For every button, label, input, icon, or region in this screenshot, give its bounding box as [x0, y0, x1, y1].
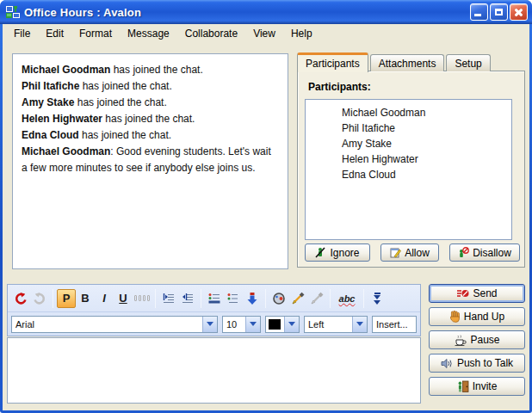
toolbar-separator	[201, 289, 201, 308]
spellcheck-button[interactable]: abc	[334, 289, 360, 308]
client-area: File Edit Format Message Collaborate Vie…	[3, 24, 529, 410]
toolbar-separator	[265, 289, 266, 308]
invite-button[interactable]: Invite	[429, 377, 525, 396]
symbols-button[interactable]	[133, 289, 152, 308]
toolbar-overflow-button[interactable]	[368, 289, 387, 308]
menu-view[interactable]: View	[245, 26, 283, 41]
font-family-select[interactable]: Arial	[11, 316, 218, 333]
menu-file[interactable]: File	[6, 26, 38, 41]
send-icon	[456, 288, 469, 299]
indent-increase-button[interactable]	[159, 289, 178, 308]
symbols-icon	[134, 295, 150, 301]
allow-button[interactable]: Allow	[380, 243, 439, 262]
chat-message: Michael Goodman has joined the chat.	[22, 62, 279, 78]
push-to-talk-label: Push to Talk	[457, 357, 513, 369]
side-tabstrip: Participants Attachments Setup	[297, 52, 492, 71]
tab-participants[interactable]: Participants	[297, 52, 368, 72]
paragraph-style-button[interactable]: P	[57, 289, 76, 308]
down-arrow-icon	[246, 292, 258, 305]
font-size-value: 10	[223, 319, 245, 330]
hand-up-button[interactable]: Hand Up	[429, 307, 525, 326]
underline-button[interactable]: U	[114, 289, 133, 308]
participant-item[interactable]: Phil Itafiche	[306, 120, 511, 136]
bulleted-list-button[interactable]	[205, 289, 224, 308]
redo-button[interactable]	[30, 289, 49, 308]
menu-help[interactable]: Help	[283, 26, 320, 41]
insert-select[interactable]: Insert...	[372, 316, 417, 333]
close-button[interactable]	[510, 3, 528, 21]
toolbar-icons-row: P B I U	[8, 285, 420, 311]
web-color-button[interactable]	[269, 289, 288, 308]
participant-item[interactable]: Amy Stake	[306, 136, 511, 151]
paragraph-label: P	[63, 292, 71, 305]
text-color-select[interactable]	[265, 316, 300, 333]
menu-format[interactable]: Format	[71, 26, 120, 41]
menu-edit[interactable]: Edit	[38, 26, 71, 41]
maximize-icon	[495, 9, 503, 15]
participant-item[interactable]: Michael Goodman	[306, 105, 511, 120]
chat-transcript: Michael Goodman has joined the chat. Phi…	[12, 53, 288, 269]
chat-message: Edna Cloud has joined the chat.	[22, 127, 279, 144]
send-button[interactable]: Send	[429, 284, 525, 303]
underline-label: U	[119, 292, 127, 305]
message-input[interactable]	[7, 337, 421, 404]
hand-up-icon	[449, 311, 461, 323]
minimize-button[interactable]	[470, 3, 488, 21]
insert-value: Insert...	[373, 319, 416, 330]
ignore-button[interactable]: Ignore	[305, 243, 370, 262]
chevron-more-icon	[374, 293, 380, 305]
numbered-list-button[interactable]	[224, 289, 243, 308]
format-toolbar: P B I U	[7, 284, 421, 336]
eyedropper-gray-icon	[310, 292, 324, 305]
spellcheck-icon: abc	[339, 293, 356, 304]
hand-up-label: Hand Up	[464, 311, 504, 323]
menu-collaborate[interactable]: Collaborate	[177, 26, 245, 41]
push-to-talk-button[interactable]: Push to Talk	[429, 354, 525, 373]
indent-decrease-button[interactable]	[178, 289, 197, 308]
maximize-button[interactable]	[490, 3, 508, 21]
app-icon	[6, 5, 21, 19]
indent-increase-icon	[162, 292, 176, 305]
ignore-person-icon	[315, 247, 326, 258]
undo-icon	[14, 292, 28, 305]
participant-item[interactable]: Edna Cloud	[306, 167, 511, 182]
pause-label: Pause	[470, 334, 499, 346]
chevron-down-icon[interactable]	[245, 317, 260, 332]
italic-button[interactable]: I	[95, 289, 114, 308]
window-title: Office Hours : Avalon	[24, 6, 470, 19]
eyedropper-yellow-icon	[291, 292, 305, 305]
alignment-select[interactable]: Left	[304, 316, 368, 333]
dropper-disabled-button[interactable]	[307, 289, 326, 308]
indent-decrease-icon	[181, 292, 195, 305]
font-size-select[interactable]: 10	[222, 316, 261, 333]
undo-button[interactable]	[11, 289, 30, 308]
title-bar[interactable]: Office Hours : Avalon	[0, 0, 532, 24]
participant-item[interactable]: Helen Highwater	[306, 151, 511, 167]
participants-label: Participants:	[308, 81, 371, 93]
window-frame: Office Hours : Avalon File Edit Format M…	[0, 0, 532, 413]
chat-message: Michael Goodman: Good evening students. …	[22, 144, 279, 176]
participants-list[interactable]: Michael Goodman Phil Itafiche Amy Stake …	[305, 99, 512, 240]
action-button-column: Send Hand Up	[429, 284, 525, 396]
menu-message[interactable]: Message	[120, 26, 177, 41]
italic-label: I	[102, 292, 106, 305]
chevron-down-icon[interactable]	[284, 317, 299, 332]
tab-attachments[interactable]: Attachments	[370, 54, 445, 71]
participants-panel: Participants: Michael Goodman Phil Itafi…	[297, 71, 525, 268]
toolbar-separator	[53, 289, 53, 308]
tab-setup[interactable]: Setup	[446, 54, 490, 71]
disallow-button[interactable]: Disallow	[449, 243, 520, 262]
chevron-down-icon[interactable]	[352, 317, 367, 332]
highlight-dropper-button[interactable]	[288, 289, 307, 308]
pause-button[interactable]: Pause	[429, 330, 525, 349]
font-family-value: Arial	[12, 319, 202, 330]
disallow-label: Disallow	[473, 247, 511, 259]
scroll-to-bottom-button[interactable]	[243, 289, 262, 308]
numbered-list-icon	[226, 292, 240, 305]
bold-button[interactable]: B	[76, 289, 95, 308]
door-person-icon	[457, 380, 469, 392]
coffee-cup-icon	[454, 335, 467, 346]
bold-label: B	[81, 292, 89, 305]
minimize-icon	[474, 14, 481, 16]
chevron-down-icon[interactable]	[202, 317, 217, 332]
